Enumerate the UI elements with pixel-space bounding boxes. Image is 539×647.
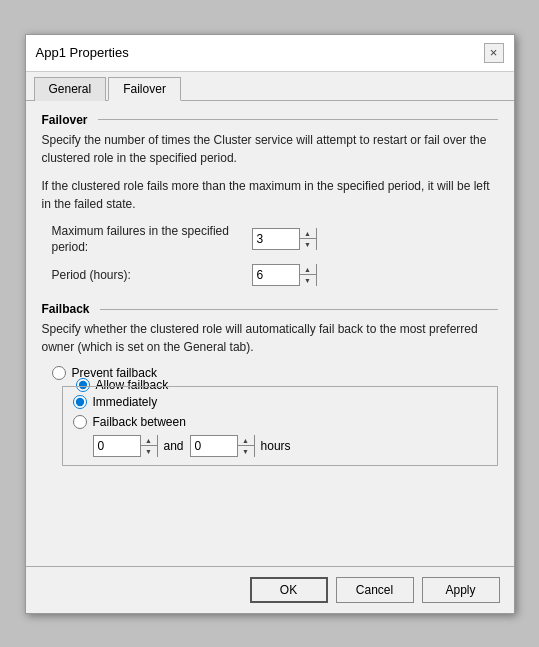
failover-section-header: Failover <box>42 113 498 127</box>
period-spin-up[interactable]: ▲ <box>300 264 316 275</box>
tab-failover[interactable]: Failover <box>108 77 181 101</box>
allow-failback-group: Immediately Failback between ▲ ▼ <box>62 386 498 466</box>
between-start-input[interactable] <box>94 436 140 456</box>
between-end-spin-down[interactable]: ▼ <box>238 446 254 457</box>
max-failures-input[interactable] <box>253 229 299 249</box>
failback-between-row: Failback between <box>73 415 487 429</box>
between-start-spin-down[interactable]: ▼ <box>141 446 157 457</box>
max-failures-spinner-btns: ▲ ▼ <box>299 228 316 250</box>
title-bar: App1 Properties × <box>26 35 514 72</box>
ok-button[interactable]: OK <box>250 577 328 603</box>
failback-section: Failback Specify whether the clustered r… <box>42 302 498 466</box>
max-failures-row: Maximum failures in the specified period… <box>42 223 498 257</box>
period-label: Period (hours): <box>52 267 252 284</box>
between-end-spinner: ▲ ▼ <box>190 435 255 457</box>
failover-desc1: Specify the number of times the Cluster … <box>42 131 498 167</box>
max-failures-label: Maximum failures in the specified period… <box>52 223 252 257</box>
immediately-label: Immediately <box>93 395 158 409</box>
immediately-row[interactable]: Immediately <box>73 395 487 409</box>
period-row: Period (hours): ▲ ▼ <box>42 264 498 286</box>
between-start-spinner: ▲ ▼ <box>93 435 158 457</box>
between-end-input[interactable] <box>191 436 237 456</box>
max-failures-spinner: ▲ ▼ <box>252 228 317 250</box>
failback-section-header: Failback <box>42 302 498 316</box>
tab-content: Failover Specify the number of times the… <box>26 101 514 566</box>
allow-failback-container: Allow failback Immediately Failback betw… <box>52 386 498 466</box>
tab-general[interactable]: General <box>34 77 107 101</box>
max-failures-spin-down[interactable]: ▼ <box>300 239 316 250</box>
dialog-window: App1 Properties × General Failover Failo… <box>25 34 515 614</box>
immediately-radio[interactable] <box>73 395 87 409</box>
cancel-button[interactable]: Cancel <box>336 577 414 603</box>
and-label: and <box>164 439 184 453</box>
dialog-title: App1 Properties <box>36 45 129 60</box>
period-spinner: ▲ ▼ <box>252 264 317 286</box>
failover-desc2: If the clustered role fails more than th… <box>42 177 498 213</box>
failback-desc: Specify whether the clustered role will … <box>42 320 498 356</box>
dialog-footer: OK Cancel Apply <box>26 566 514 613</box>
tabs-row: General Failover <box>26 72 514 101</box>
failback-between-spinners: ▲ ▼ and ▲ ▼ hours <box>73 435 487 457</box>
failback-between-radio[interactable] <box>73 415 87 429</box>
close-button[interactable]: × <box>484 43 504 63</box>
apply-button[interactable]: Apply <box>422 577 500 603</box>
between-start-spin-up[interactable]: ▲ <box>141 435 157 446</box>
period-spinner-btns: ▲ ▼ <box>299 264 316 286</box>
hours-label: hours <box>261 439 291 453</box>
prevent-failback-radio[interactable] <box>52 366 66 380</box>
between-end-spin-up[interactable]: ▲ <box>238 435 254 446</box>
max-failures-spin-up[interactable]: ▲ <box>300 228 316 239</box>
failback-between-label: Failback between <box>93 415 186 429</box>
period-spin-down[interactable]: ▼ <box>300 275 316 286</box>
period-input[interactable] <box>253 265 299 285</box>
